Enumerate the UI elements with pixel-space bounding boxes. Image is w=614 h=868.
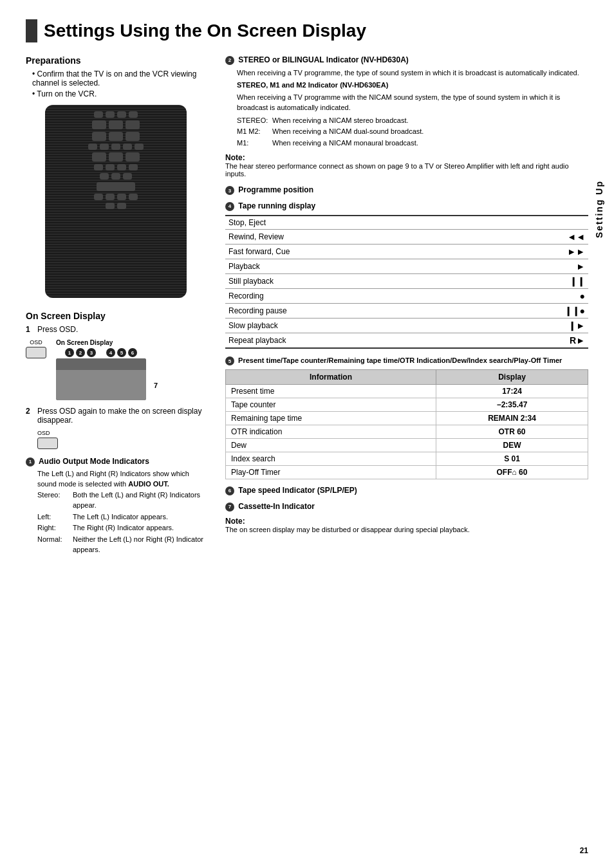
info-table-row: DewDEW xyxy=(226,439,588,452)
cassette-in-title: Cassette-In Indicator xyxy=(238,502,315,511)
audio-output-desc: The Left (L) and Right (R) Indicators sh… xyxy=(37,468,206,490)
stereo-desc-b: When receiving a TV programme with the N… xyxy=(237,92,588,113)
tape-running-title: Tape running display xyxy=(238,201,315,210)
tape-table-row: Slow playback❙► xyxy=(225,318,588,333)
title-bar-decoration xyxy=(26,19,37,42)
tape-row-symbol: ❙❙ xyxy=(484,273,588,288)
info-row-display: OFF⌂ 60 xyxy=(436,466,588,479)
stereo-title-a: STEREO or BILINGUAL Indicator (NV-HD630A… xyxy=(238,55,408,64)
info-table-row: Present time17:24 xyxy=(226,385,588,398)
step1-text: Press OSD. xyxy=(37,325,78,334)
step2-num: 2 xyxy=(26,407,32,416)
tape-row-label: Recording pause xyxy=(225,303,484,318)
tape-row-label: Recording xyxy=(225,288,484,303)
osd-section-title: On Screen Display xyxy=(26,311,206,321)
stereo-desc-a: When receiving a TV programme, the type … xyxy=(237,68,588,78)
info-row-label: Dew xyxy=(226,439,436,452)
info-row-display: REMAIN 2:34 xyxy=(436,412,588,425)
present-time-title: Present time/Tape counter/Remaining tape… xyxy=(238,356,562,364)
side-label: Setting Up xyxy=(594,180,604,238)
osd-num-1: 1 xyxy=(65,348,74,357)
tape-table-row: Playback► xyxy=(225,259,588,273)
col-info-header: Information xyxy=(226,370,436,385)
tape-table-row: Recording pause❙❙● xyxy=(225,303,588,318)
present-time-section: 5 Present time/Tape counter/Remaining ta… xyxy=(225,356,588,479)
tape-row-symbol: R► xyxy=(484,333,588,348)
tape-row-symbol: ❙❙● xyxy=(484,303,588,318)
circle-4: 4 xyxy=(225,202,234,211)
tape-row-symbol: ❙► xyxy=(484,318,588,333)
step2-text: Press OSD again to make the on screen di… xyxy=(37,407,206,425)
stereo-title-b: STEREO, M1 and M2 Indicator (NV-HD630EA) xyxy=(237,80,588,91)
info-table-row: OTR indicationOTR 60 xyxy=(226,425,588,439)
info-table-row: Index searchS 01 xyxy=(226,452,588,466)
info-row-label: OTR indication xyxy=(226,425,436,439)
info-row-label: Present time xyxy=(226,385,436,398)
info-row-label: Play-Off Timer xyxy=(226,466,436,479)
page-title: Settings Using the On Screen Display xyxy=(26,19,588,42)
info-row-display: OTR 60 xyxy=(436,425,588,439)
info-row-display: −2:35.47 xyxy=(436,398,588,412)
osd-section: On Screen Display 1 Press OSD. OSD On Sc… xyxy=(26,311,206,555)
tape-table-row: Recording● xyxy=(225,288,588,303)
tape-row-symbol xyxy=(484,216,588,230)
preparations-title: Preparations xyxy=(26,55,206,66)
osd-num-5: 5 xyxy=(117,348,126,357)
circle-7: 7 xyxy=(225,503,234,512)
col-display-header: Display xyxy=(436,370,588,385)
tape-row-label: Still playback xyxy=(225,273,484,288)
info-row-label: Tape counter xyxy=(226,398,436,412)
final-note-text: The on screen display may be disturbed o… xyxy=(225,526,588,533)
tape-row-label: Slow playback xyxy=(225,318,484,333)
info-row-display: 17:24 xyxy=(436,385,588,398)
info-table-row: Play-Off TimerOFF⌂ 60 xyxy=(226,466,588,479)
circle-3: 3 xyxy=(225,186,234,195)
tape-table-row: Repeat playbackR► xyxy=(225,333,588,348)
info-row-display: S 01 xyxy=(436,452,588,466)
circle-5: 5 xyxy=(225,356,234,365)
tape-speed-section: 6 Tape speed Indicator (SP/LP/EP) xyxy=(225,486,588,495)
final-note-section: Note: The on screen display may be distu… xyxy=(225,517,588,533)
stereo-note-text: The hear stereo performance connect as s… xyxy=(225,162,588,178)
remote-control-image xyxy=(45,105,187,298)
title-text: Settings Using the On Screen Display xyxy=(44,21,366,41)
info-row-label: Index search xyxy=(226,452,436,466)
tape-row-symbol: ► xyxy=(484,259,588,273)
info-row-display: DEW xyxy=(436,439,588,452)
info-table: Information Display Present time17:24Tap… xyxy=(225,369,588,479)
final-note-title: Note: xyxy=(225,517,588,526)
tape-row-symbol: ◄◄ xyxy=(484,229,588,244)
tape-running-section: 4 Tape running display Stop, EjectRewind… xyxy=(225,201,588,349)
osd-7-label: 7 xyxy=(154,382,158,389)
step1-num: 1 xyxy=(26,325,32,334)
osd-num-2: 2 xyxy=(76,348,85,357)
osd-num-4: 4 xyxy=(106,348,115,357)
circle-1: 1 xyxy=(26,457,35,466)
tape-row-label: Stop, Eject xyxy=(225,216,484,230)
tape-row-symbol: ►► xyxy=(484,244,588,259)
programme-title: Programme position xyxy=(238,185,313,194)
info-row-label: Remaining tape time xyxy=(226,412,436,425)
tape-table-row: Fast forward, Cue►► xyxy=(225,244,588,259)
info-table-row: Remaining tape timeREMAIN 2:34 xyxy=(226,412,588,425)
audio-output-title: Audio Output Mode Indicators xyxy=(39,457,149,466)
osd-diagram-label: On Screen Display xyxy=(56,339,146,346)
circle-6: 6 xyxy=(225,486,234,495)
tape-table-row: Still playback❙❙ xyxy=(225,273,588,288)
tape-row-symbol: ● xyxy=(484,288,588,303)
stereo-section: 2 STEREO or BILINGUAL Indicator (NV-HD63… xyxy=(225,55,588,178)
stereo-note: Note: The hear stereo performance connec… xyxy=(225,153,588,178)
osd-button-2[interactable] xyxy=(37,438,58,449)
info-table-row: Tape counter−2:35.47 xyxy=(226,398,588,412)
prep-bullet-1: Confirm that the TV is on and the VCR vi… xyxy=(32,69,206,88)
page-number: 21 xyxy=(580,846,588,855)
tape-table-row: Stop, Eject xyxy=(225,216,588,230)
stereo-items: STEREO: When receiving a NICAM stereo br… xyxy=(237,115,588,149)
audio-output-items: Stereo: Both the Left (L) and Right (R) … xyxy=(37,490,206,555)
osd-button[interactable] xyxy=(26,347,46,358)
circle-2: 2 xyxy=(225,56,234,65)
tape-table-row: Rewind, Review◄◄ xyxy=(225,229,588,244)
osd-button-label: OSD xyxy=(30,339,42,346)
programme-section: 3 Programme position xyxy=(225,185,588,195)
osd-button-label-2: OSD xyxy=(37,430,50,436)
